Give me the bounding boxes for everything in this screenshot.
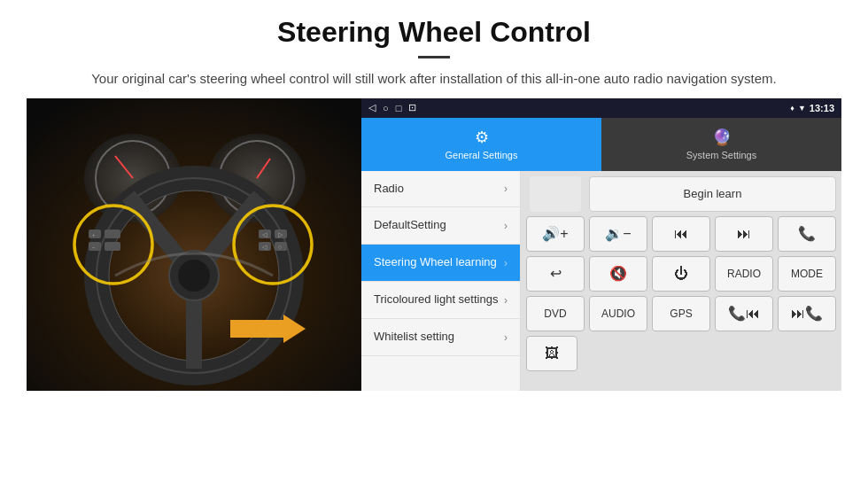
menu-item-steering[interactable]: Steering Wheel learning › (361, 245, 520, 282)
media-icon-button[interactable]: 🖼 (526, 336, 577, 371)
svg-text:−: − (92, 245, 96, 250)
phone-icon: 📞 (798, 225, 816, 242)
controls-row-begin: Begin learn (526, 176, 836, 212)
gps-icon: ♦ (790, 104, 794, 113)
power-button[interactable]: ⏻ (652, 256, 710, 292)
title-divider (418, 56, 450, 58)
clock: 13:13 (810, 103, 834, 113)
prev-track-icon: ⏮ (674, 226, 688, 242)
vol-up-button[interactable]: 🔊+ (526, 216, 585, 252)
main-content: + − ◁ ▷ ◁ ○ (0, 98, 868, 391)
radio-button[interactable]: RADIO (715, 256, 773, 292)
next-track-icon: ⏭ (737, 226, 751, 242)
nav-tabs: ⚙ General Settings 🔮 System Settings (361, 118, 841, 171)
tel-prev-button[interactable]: 📞⏮ (715, 296, 773, 331)
vol-down-icon: 🔉− (605, 225, 631, 242)
chevron-icon-whitelist: › (504, 331, 508, 344)
status-bar-right: ♦ ▼ 13:13 (790, 103, 834, 113)
tab-general[interactable]: ⚙ General Settings (361, 118, 601, 171)
status-bar-nav: ◁ ○ □ ⊡ (368, 102, 416, 113)
controls-panel: Begin learn 🔊+ 🔉− ⏮ (521, 171, 841, 391)
controls-row-2: ↩ 🔇 ⏻ RADIO MODE (526, 256, 836, 292)
status-bar: ◁ ○ □ ⊡ ♦ ▼ 13:13 (361, 98, 841, 118)
chevron-icon-tricoloured: › (504, 294, 508, 307)
menu-item-whitelist[interactable]: Whitelist setting › (361, 319, 520, 356)
nav-back-icon[interactable]: ◁ (368, 102, 376, 113)
begin-learn-button[interactable]: Begin learn (589, 176, 836, 212)
signal-icon: ▼ (798, 104, 806, 113)
svg-text:○: ○ (278, 244, 282, 250)
tel-prev-icon: 📞⏮ (728, 305, 760, 322)
settings-gear-icon: ⚙ (475, 128, 489, 147)
chevron-icon-steering: › (504, 257, 508, 269)
tel-next-icon: ⏭📞 (791, 305, 823, 322)
controls-row-4: 🖼 (526, 336, 836, 371)
audio-button[interactable]: AUDIO (589, 296, 647, 331)
svg-text:+: + (92, 232, 96, 237)
controls-row-1: 🔊+ 🔉− ⏮ ⏭ 📞 (526, 216, 836, 252)
image-panel: + − ◁ ▷ ◁ ○ (27, 98, 361, 391)
svg-rect-19 (105, 242, 120, 251)
svg-rect-18 (105, 230, 120, 238)
hang-up-icon: ↩ (550, 265, 562, 282)
mode-button[interactable]: MODE (778, 256, 836, 292)
page-wrapper: Steering Wheel Control Your original car… (0, 0, 868, 391)
page-title: Steering Wheel Control (53, 16, 815, 49)
menu-default-label: DefaultSetting (374, 218, 446, 233)
tel-next-button[interactable]: ⏭📞 (778, 296, 836, 331)
tab-system[interactable]: 🔮 System Settings (601, 118, 841, 171)
menu-tricoloured-label: Tricoloured light settings (374, 292, 498, 307)
menu-radio-label: Radio (374, 182, 404, 197)
media-icon: 🖼 (545, 346, 559, 362)
chevron-icon-radio: › (504, 183, 508, 195)
vol-up-icon: 🔊+ (542, 225, 568, 242)
tab-system-label: System Settings (686, 150, 756, 160)
system-settings-icon: 🔮 (712, 128, 732, 147)
gps-button[interactable]: GPS (652, 296, 710, 331)
controls-row-3: DVD AUDIO GPS 📞⏮ ⏭📞 (526, 296, 836, 331)
dvd-button[interactable]: DVD (526, 296, 585, 331)
hang-up-button[interactable]: ↩ (526, 256, 585, 292)
page-subtitle: Your original car's steering wheel contr… (53, 69, 815, 89)
nav-home-icon[interactable]: ○ (383, 103, 389, 113)
mute-button[interactable]: 🔇 (589, 256, 647, 292)
chevron-icon-default: › (504, 220, 508, 232)
svg-point-14 (178, 260, 210, 292)
nav-recents-icon[interactable]: □ (396, 103, 402, 113)
steering-wheel-image: + − ◁ ▷ ◁ ○ (27, 98, 361, 391)
power-icon: ⏻ (674, 266, 688, 282)
page-header: Steering Wheel Control Your original car… (0, 0, 868, 98)
content-area: Radio › DefaultSetting › Steering Wheel … (361, 171, 841, 391)
nav-extra-icon[interactable]: ⊡ (408, 102, 416, 113)
vol-down-button[interactable]: 🔉− (589, 216, 647, 252)
phone-button[interactable]: 📞 (778, 216, 836, 252)
menu-item-tricoloured[interactable]: Tricoloured light settings › (361, 282, 520, 319)
mute-icon: 🔇 (609, 265, 627, 282)
menu-whitelist-label: Whitelist setting (374, 330, 454, 345)
prev-track-button[interactable]: ⏮ (652, 216, 710, 252)
tab-general-label: General Settings (446, 150, 518, 160)
menu-item-default[interactable]: DefaultSetting › (361, 207, 520, 245)
menu-item-radio[interactable]: Radio › (361, 171, 520, 208)
menu-steering-label: Steering Wheel learning (374, 255, 497, 270)
left-menu: Radio › DefaultSetting › Steering Wheel … (361, 171, 521, 391)
android-panel: ◁ ○ □ ⊡ ♦ ▼ 13:13 ⚙ General Settings (361, 98, 841, 391)
next-track-button[interactable]: ⏭ (715, 216, 773, 252)
